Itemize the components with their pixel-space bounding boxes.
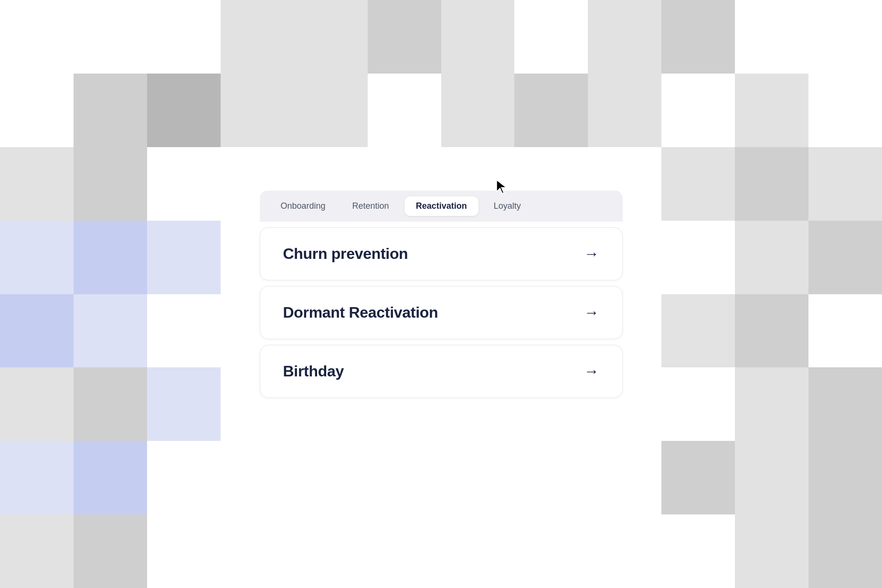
card-arrow-birthday: → — [584, 363, 599, 380]
card-title-birthday: Birthday — [283, 363, 344, 380]
cards-container: Churn prevention→Dormant Reactivation→Bi… — [260, 224, 623, 398]
card-arrow-dormant-reactivation: → — [584, 304, 599, 321]
card-title-churn-prevention: Churn prevention — [283, 245, 408, 263]
card-arrow-churn-prevention: → — [584, 245, 599, 263]
tab-retention[interactable]: Retention — [341, 196, 401, 216]
card-title-dormant-reactivation: Dormant Reactivation — [283, 304, 438, 321]
tabs-container: OnboardingRetentionReactivationLoyalty — [260, 191, 623, 222]
card-churn-prevention[interactable]: Churn prevention→ — [260, 227, 623, 280]
card-dormant-reactivation[interactable]: Dormant Reactivation→ — [260, 286, 623, 339]
main-panel: OnboardingRetentionReactivationLoyalty C… — [260, 191, 623, 398]
tab-loyalty[interactable]: Loyalty — [482, 196, 532, 216]
tab-onboarding[interactable]: Onboarding — [269, 196, 337, 216]
tab-reactivation[interactable]: Reactivation — [404, 196, 478, 216]
card-birthday[interactable]: Birthday→ — [260, 345, 623, 398]
